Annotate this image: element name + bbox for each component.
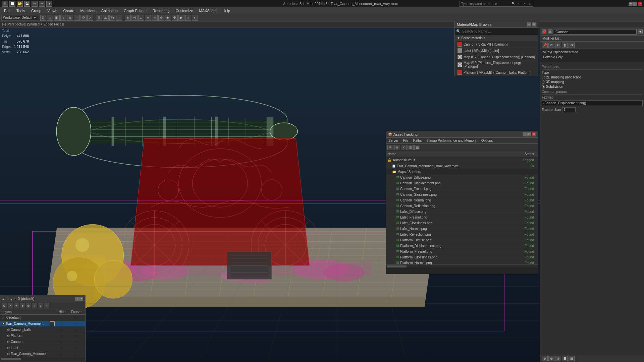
tb2-select-filter[interactable]: ▣ xyxy=(54,15,60,21)
type-option-1[interactable]: 2D mapping (landscape) xyxy=(542,75,643,79)
new-btn[interactable]: 📄 xyxy=(9,1,15,7)
scrollbar-thumb[interactable] xyxy=(1,358,21,360)
at-add-btn[interactable]: ⊕ xyxy=(394,145,400,150)
layer-row[interactable]: ▼ Tsar_Cannon_Monument — — xyxy=(0,321,85,327)
layer-freeze[interactable]: — xyxy=(69,328,84,331)
tb2-btn4[interactable]: ⊕ xyxy=(67,15,73,21)
save-btn[interactable]: 💾 xyxy=(24,1,30,7)
at-maps-section-row[interactable]: 📁 Maps / Shaders xyxy=(386,169,538,175)
layer-freeze[interactable]: — xyxy=(69,334,84,338)
modifier-item[interactable]: Editable Poly xyxy=(540,55,644,60)
layer-btn7[interactable]: ↓ xyxy=(38,303,43,308)
render-frame-btn[interactable]: ▶ xyxy=(178,15,184,21)
type-option-3[interactable]: Subdivision xyxy=(542,85,643,88)
make-unique-btn[interactable]: ⚙ xyxy=(555,43,561,48)
at-map-row[interactable]: 🖼 Lafet_Normal.png Found xyxy=(386,226,538,232)
layer-create-btn[interactable]: ⊕ xyxy=(2,303,7,308)
pin-stack-btn[interactable]: 📌 xyxy=(542,43,548,48)
asset-tracking-minimize[interactable]: ─ xyxy=(523,132,527,136)
tb2-btn3[interactable]: ↕ xyxy=(60,15,66,21)
angle-snap-btn[interactable]: ∠ xyxy=(103,15,109,21)
layer-delete-btn[interactable]: ✕ xyxy=(8,303,13,308)
at-vault-row[interactable]: 🔒 Autodesk Vault Logged xyxy=(386,157,538,163)
scene-materials-header[interactable]: ▼ Scene Materials xyxy=(455,35,538,41)
rp-btn5[interactable]: ▦ xyxy=(569,356,575,361)
menu-create[interactable]: Create xyxy=(60,8,77,13)
search-next-icon[interactable]: > xyxy=(522,1,526,6)
tb2-btn7[interactable]: ↗ xyxy=(87,15,93,21)
tb2-btn5[interactable]: ↔ xyxy=(74,15,80,21)
radio-subdivision[interactable] xyxy=(542,85,545,88)
render-preview-btn[interactable]: ▸ xyxy=(192,15,198,21)
layer-btn6[interactable]: ↑ xyxy=(32,303,37,308)
at-refresh-btn[interactable]: ⟳ xyxy=(387,145,393,150)
tb2-btn6[interactable]: ⟳ xyxy=(80,15,87,21)
at-map-row[interactable]: 🖼 Lafet_Glossiness.png Found xyxy=(386,220,538,226)
percent-snap-btn[interactable]: % xyxy=(109,15,115,21)
minimize-button[interactable]: ─ xyxy=(629,2,633,6)
layer-row[interactable]: ⊙ Tsar_Cannon_Monument — — xyxy=(0,351,85,357)
layer-hide[interactable]: — xyxy=(55,316,69,319)
spinner-snap-btn[interactable]: ↕ xyxy=(116,15,122,21)
modifier-lock-btn[interactable]: 📌 xyxy=(542,29,546,34)
at-view-list-btn[interactable]: ☰ xyxy=(408,145,414,150)
mat-item[interactable]: Lafet ( VRayMtl ) [Lafet] xyxy=(455,48,538,54)
workspace-dropdown-arrow[interactable]: ▼ xyxy=(33,16,37,19)
search-input[interactable] xyxy=(461,2,511,6)
layer-horizontal-scrollbar[interactable] xyxy=(0,357,85,360)
undo-btn[interactable]: ↩ xyxy=(32,1,38,7)
maximize-button[interactable]: □ xyxy=(633,2,637,6)
mat-browser-minimize[interactable]: ─ xyxy=(527,22,531,26)
radio-2d-mapping[interactable] xyxy=(542,76,545,79)
layer-freeze[interactable]: — xyxy=(69,352,84,356)
at-menu-options[interactable]: Options xyxy=(480,139,494,142)
asset-tracking-maximize[interactable]: □ xyxy=(527,132,531,136)
mat-search-input[interactable] xyxy=(462,29,537,33)
layer-row[interactable]: ⊙ Platform — — xyxy=(0,333,85,339)
layer-row[interactable]: ⊙ Cannon — — xyxy=(0,339,85,345)
redo-btn[interactable]: ↪ xyxy=(39,1,45,7)
at-menu-paths[interactable]: Paths xyxy=(412,139,423,142)
show-result-btn[interactable]: 👁 xyxy=(548,43,554,48)
configure-btn[interactable]: ⚙ xyxy=(569,43,575,48)
at-map-row[interactable]: 🖼 Platform_Fresnel.png Found xyxy=(386,249,538,254)
modifier-item[interactable]: VRayDisplacementMod xyxy=(540,50,644,55)
menu-group[interactable]: Group xyxy=(29,8,44,13)
search-help-icon[interactable]: ? xyxy=(527,1,532,6)
layer-freeze[interactable]: — xyxy=(69,346,84,350)
menu-customize[interactable]: Customize xyxy=(173,8,196,13)
rp-btn3[interactable]: ⊗ xyxy=(555,356,561,361)
search-bar[interactable]: 🔍 < > ? xyxy=(460,1,533,7)
layer-hide[interactable]: — xyxy=(55,346,69,350)
at-menu-server[interactable]: Server xyxy=(387,139,399,142)
type-option-2[interactable]: 3D mapping xyxy=(542,80,643,84)
mat-item[interactable]: Map #19 (Platform_Displacement.png) [Pla… xyxy=(455,60,538,69)
layer-select-objects-btn[interactable]: ◈ xyxy=(20,303,25,308)
asset-path-input[interactable] xyxy=(387,269,537,273)
texture-chan-input[interactable] xyxy=(562,107,576,112)
menu-help[interactable]: Help xyxy=(220,8,233,13)
asset-horizontal-scrollbar[interactable] xyxy=(386,264,538,268)
close-button[interactable]: ✕ xyxy=(638,2,642,6)
menu-edit[interactable]: Edit xyxy=(1,8,13,13)
layer-expand-btn[interactable]: ▼ xyxy=(2,322,5,325)
layer-mgr-btn[interactable]: ≡ xyxy=(145,15,151,21)
layer-row[interactable]: ⊙ Cannon_balls — — xyxy=(0,327,85,333)
at-menu-file[interactable]: File xyxy=(402,139,409,142)
asset-tracking-close[interactable]: ✕ xyxy=(532,132,536,136)
menu-modifiers[interactable]: Modifiers xyxy=(77,8,98,13)
snap-btn[interactable]: ⊞ xyxy=(96,15,102,21)
mat-browser-close[interactable]: ✕ xyxy=(532,22,536,26)
layer-btn8[interactable]: ≡ xyxy=(44,303,49,308)
at-map-row[interactable]: 🖼 Cannon_Reflection.png Found xyxy=(386,203,538,209)
modifier-options-btn[interactable]: ≡ xyxy=(548,29,552,34)
at-file-row[interactable]: 📄 Tsar_Cannon_Monument_max_vray.max Ok xyxy=(386,163,538,169)
at-map-row[interactable]: 🖼 Lafet_Diffuse.png Found xyxy=(386,209,538,215)
options-btn[interactable]: ▾ xyxy=(46,1,52,7)
layer-hide[interactable]: — xyxy=(55,322,69,325)
schematic-btn[interactable]: ⊙ xyxy=(158,15,164,21)
open-btn[interactable]: 📂 xyxy=(17,1,23,7)
at-map-row[interactable]: 🖼 Lafet_Fresnel.png Found xyxy=(386,215,538,220)
at-map-row[interactable]: 🖼 Platform_Normal.png Found xyxy=(386,260,538,264)
remove-modifier-btn[interactable]: 🗑 xyxy=(562,43,568,48)
